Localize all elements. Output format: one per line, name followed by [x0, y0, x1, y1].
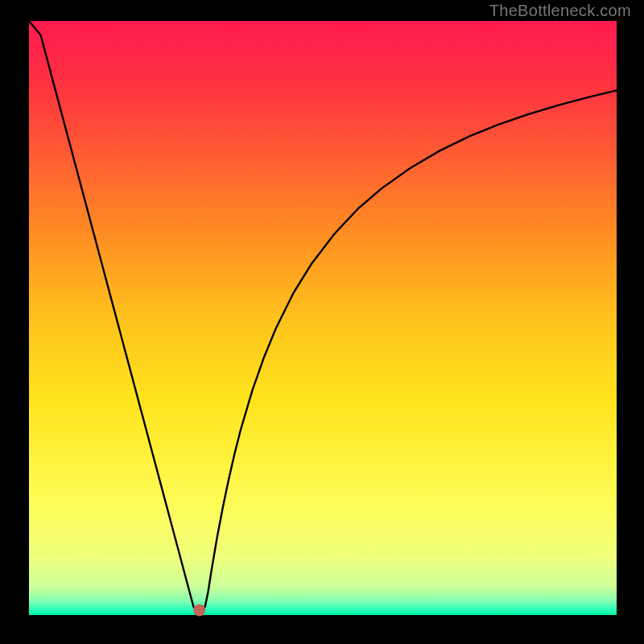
minimum-marker — [193, 605, 205, 617]
bottleneck-chart — [0, 0, 644, 644]
